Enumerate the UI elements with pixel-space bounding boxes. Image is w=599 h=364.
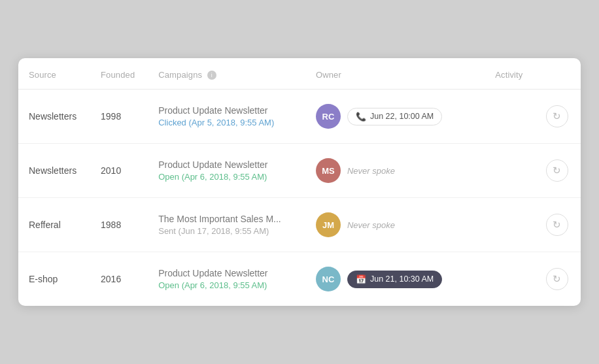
campaign-cell: Product Update Newsletter Clicked (Apr 5…: [148, 90, 305, 144]
phone-icon: 📞: [356, 112, 366, 122]
activity-text: Jun 21, 10:30 AM: [370, 274, 434, 284]
header-actions: [536, 58, 581, 90]
owner-cell: RC 📞 Jun 22, 10:00 AM: [305, 90, 485, 144]
refresh-cell: [485, 90, 536, 144]
campaign-status: Open (Apr 6, 2018, 9:55 AM): [158, 280, 295, 290]
refresh-button[interactable]: ↻: [546, 268, 568, 290]
action-cell: ↻: [536, 198, 581, 252]
campaign-cell: The Most Important Sales M... Sent (Jun …: [148, 198, 305, 252]
activity-badge[interactable]: 📞 Jun 22, 10:00 AM: [347, 108, 442, 125]
campaign-name: The Most Important Sales M...: [158, 214, 295, 224]
campaign-status: Open (Apr 6, 2018, 9:55 AM): [158, 172, 295, 182]
header-activity: Activity: [485, 58, 536, 90]
source-cell: E-shop: [18, 252, 90, 306]
table-row: E-shop 2016 Product Update Newsletter Op…: [18, 252, 581, 306]
data-table: Source Founded Campaigns i Owner Activit…: [18, 58, 581, 306]
activity-badge[interactable]: 📅 Jun 21, 10:30 AM: [347, 271, 442, 288]
activity-text: Jun 22, 10:00 AM: [370, 112, 434, 121]
action-cell: ↻: [536, 144, 581, 198]
calendar-icon: 📅: [356, 274, 366, 284]
campaign-status: Sent (Jun 17, 2018, 9:55 AM): [158, 226, 295, 236]
founded-cell: 1998: [90, 90, 148, 144]
campaign-name: Product Update Newsletter: [158, 268, 295, 278]
campaign-cell: Product Update Newsletter Open (Apr 6, 2…: [148, 252, 305, 306]
refresh-cell: [485, 198, 536, 252]
avatar: NC: [316, 267, 341, 291]
owner-cell: JM Never spoke: [305, 198, 485, 252]
campaign-name: Product Update Newsletter: [158, 159, 295, 170]
never-spoke-label: Never spoke: [347, 166, 395, 176]
never-spoke-label: Never spoke: [347, 220, 395, 230]
owner-cell: NC 📅 Jun 21, 10:30 AM: [305, 252, 485, 306]
table-row: Newsletters 1998 Product Update Newslett…: [18, 90, 581, 144]
refresh-button[interactable]: ↻: [546, 105, 568, 127]
header-founded: Founded: [90, 58, 148, 90]
header-owner: Owner: [305, 58, 485, 90]
founded-cell: 1988: [90, 198, 148, 252]
header-campaigns: Campaigns i: [148, 58, 305, 90]
refresh-cell: [485, 144, 536, 198]
campaign-name: Product Update Newsletter: [158, 105, 295, 116]
campaigns-info-icon[interactable]: i: [207, 71, 216, 80]
refresh-cell: [485, 252, 536, 306]
table-row: Refferal 1988 The Most Important Sales M…: [18, 198, 581, 252]
avatar: JM: [316, 212, 341, 237]
source-cell: Refferal: [18, 198, 90, 252]
founded-cell: 2010: [90, 144, 148, 198]
main-card: Source Founded Campaigns i Owner Activit…: [18, 58, 581, 306]
avatar: MS: [316, 158, 341, 183]
source-cell: Newsletters: [18, 90, 90, 144]
campaign-status: Clicked (Apr 5, 2018, 9:55 AM): [158, 118, 295, 127]
table-row: Newsletters 2010 Product Update Newslett…: [18, 144, 581, 198]
owner-cell: MS Never spoke: [305, 144, 485, 198]
founded-cell: 2016: [90, 252, 148, 306]
campaign-cell: Product Update Newsletter Open (Apr 6, 2…: [148, 144, 305, 198]
action-cell: ↻: [536, 252, 581, 306]
table-header-row: Source Founded Campaigns i Owner Activit…: [18, 58, 581, 90]
action-cell: ↻: [536, 90, 581, 144]
source-cell: Newsletters: [18, 144, 90, 198]
refresh-button[interactable]: ↻: [546, 214, 568, 236]
avatar: RC: [316, 104, 341, 129]
refresh-button[interactable]: ↻: [546, 159, 568, 182]
header-source: Source: [18, 58, 90, 90]
